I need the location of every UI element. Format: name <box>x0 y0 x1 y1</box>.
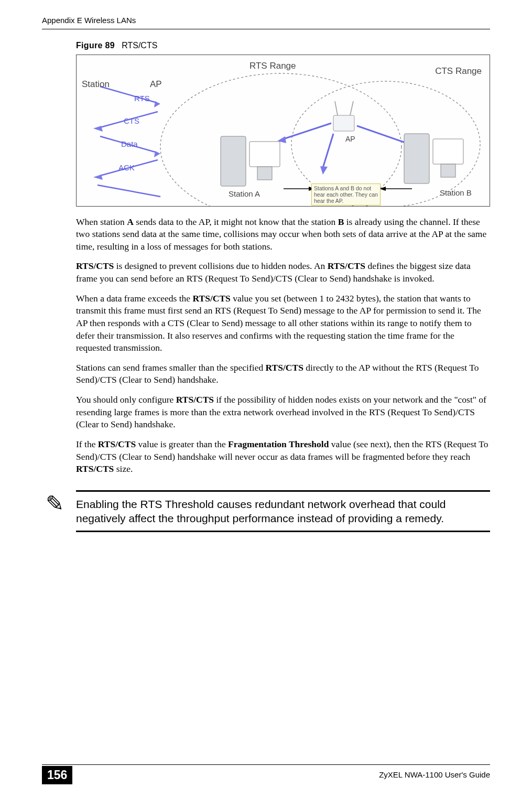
p5-rtscts: RTS/CTS <box>176 394 214 405</box>
svg-rect-6 <box>333 115 354 131</box>
p1-station-a: A <box>127 217 134 227</box>
svg-rect-17 <box>257 167 272 180</box>
p3-pre: When a data frame exceeds the <box>76 293 193 304</box>
p1-station-b: B <box>338 217 344 227</box>
data-label: Data <box>121 139 138 149</box>
p2-rtscts-1: RTS/CTS <box>76 261 114 271</box>
svg-marker-3 <box>93 126 103 132</box>
rts-label: RTS <box>134 93 150 104</box>
footer-rule <box>42 764 490 765</box>
p1-pre: When station <box>76 217 127 227</box>
svg-rect-15 <box>221 136 246 186</box>
svg-marker-2 <box>154 101 160 107</box>
note-hand-icon: ✎ <box>46 489 64 519</box>
figure-number: Figure 89 <box>76 41 115 50</box>
p6-pre: If the <box>76 439 98 449</box>
p3-rtscts: RTS/CTS <box>193 293 231 304</box>
paragraph-4: Stations can send frames smaller than th… <box>76 362 490 386</box>
svg-line-13 <box>357 126 407 143</box>
note-callout: ✎ Enabling the RTS Threshold causes redu… <box>76 490 490 533</box>
rts-range-label: RTS Range <box>249 60 296 72</box>
note-rule-top <box>76 490 490 492</box>
paragraph-2: RTS/CTS is designed to prevent collision… <box>76 260 490 285</box>
p6-rtscts-1: RTS/CTS <box>98 439 136 449</box>
svg-rect-18 <box>404 134 429 183</box>
svg-rect-20 <box>441 164 455 177</box>
station-label: Station <box>82 79 110 91</box>
p2-rtscts-2: RTS/CTS <box>328 261 365 271</box>
note-text: Enabling the RTS Threshold causes redund… <box>76 497 490 526</box>
p6-mid1: value is greater than the <box>136 439 228 449</box>
header-left: Appendix E Wireless LANs <box>42 16 136 25</box>
page-number: 156 <box>42 766 72 784</box>
ap-device-label: AP <box>345 134 355 144</box>
paragraph-5: You should only configure RTS/CTS if the… <box>76 394 490 431</box>
svg-line-11 <box>323 134 333 168</box>
p6-post: size. <box>114 463 133 474</box>
svg-line-9 <box>284 123 331 139</box>
svg-rect-19 <box>433 139 463 164</box>
figure-title: RTS/CTS <box>122 41 157 50</box>
cts-range-label: CTS Range <box>435 66 482 78</box>
p2-mid: is designed to prevent collisions due to… <box>114 261 327 271</box>
paragraph-1: When station A sends data to the AP, it … <box>76 216 490 253</box>
svg-marker-5 <box>93 175 103 180</box>
figure-89-diagram: RTS Range CTS Range Station AP RTS CTS D… <box>76 55 490 207</box>
p4-rtscts: RTS/CTS <box>266 362 303 373</box>
svg-line-7 <box>335 101 338 115</box>
paragraph-6: If the RTS/CTS value is greater than the… <box>76 438 490 476</box>
p6-frag-threshold: Fragmentation Threshold <box>228 439 329 449</box>
p5-pre: You should only configure <box>76 394 176 405</box>
svg-marker-4 <box>154 151 160 157</box>
diagram-svg <box>77 55 490 207</box>
footer-guide-name: ZyXEL NWA-1100 User's Guide <box>379 770 490 779</box>
ack-label: ACK <box>118 163 135 173</box>
p4-pre: Stations can send frames smaller than th… <box>76 362 266 373</box>
station-b-label: Station B <box>440 188 472 198</box>
diagram-note-box: Stations A and B do not hear each other.… <box>311 183 381 206</box>
svg-rect-16 <box>249 142 280 167</box>
paragraph-3: When a data frame exceeds the RTS/CTS va… <box>76 293 490 354</box>
svg-marker-12 <box>320 166 328 175</box>
svg-line-8 <box>350 101 353 115</box>
p1-mid: sends data to the AP, it might not know … <box>134 217 338 227</box>
ap-label: AP <box>150 79 162 91</box>
p6-rtscts-2: RTS/CTS <box>76 463 114 474</box>
note-rule-bottom <box>76 531 490 532</box>
figure-caption: Figure 89 RTS/CTS <box>76 40 490 51</box>
cts-label: CTS <box>124 116 139 126</box>
station-a-label: Station A <box>229 189 260 199</box>
